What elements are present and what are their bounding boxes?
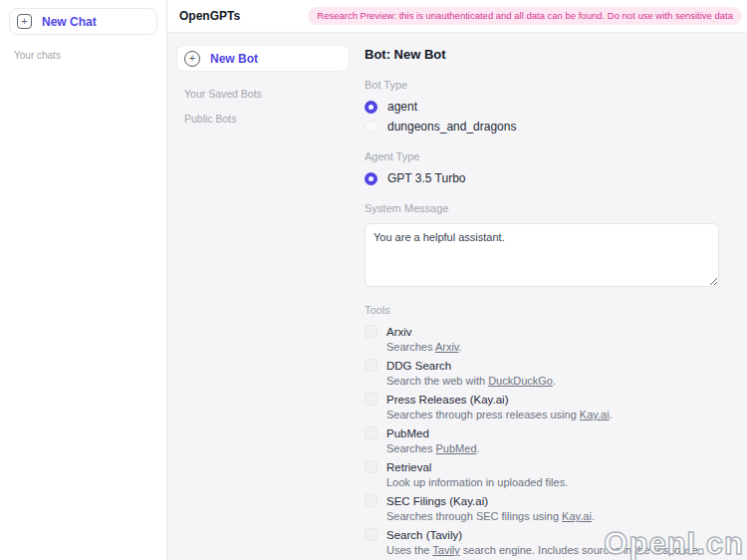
tool-description-suffix: .: [592, 510, 595, 522]
new-chat-label: New Chat: [42, 15, 97, 29]
tool-item: SEC Filings (Kay.ai) Searches through SE…: [365, 494, 719, 523]
tool-description-suffix: .: [553, 375, 556, 387]
sidebar-item-public-bots[interactable]: Public Bots: [176, 113, 350, 125]
tool-description-text: Searches: [386, 442, 436, 454]
tool-description: Uses the Tavily search engine. Includes …: [386, 543, 719, 557]
tool-description-suffix: .: [459, 341, 462, 353]
tool-checkbox[interactable]: [365, 393, 377, 406]
app-window: + New Chat Your chats OpenGPTs Research …: [0, 0, 747, 560]
tool-description: Searches PubMed.: [386, 441, 719, 455]
tool-description-text: Searches through press releases using: [386, 409, 580, 420]
tool-description-suffix: .: [477, 442, 480, 454]
tool-name: Retrieval: [386, 461, 431, 473]
radio-option-label: GPT 3.5 Turbo: [387, 171, 466, 185]
system-message-label: System Message: [365, 202, 719, 214]
radio-option[interactable]: dungeons_and_dragons: [365, 120, 719, 134]
tool-description-text: Uses the: [386, 544, 432, 556]
page-title: Bot: New Bot: [365, 47, 719, 62]
tool-item: DDG Search Search the web with DuckDuckG…: [365, 359, 719, 388]
agent-type-radio-group: GPT 3.5 Turbo: [365, 171, 719, 185]
top-header: OpenGPTs Research Preview: this is unaut…: [167, 0, 747, 33]
tool-description-text: Searches through SEC filings using: [386, 510, 562, 522]
sidebar-item-your-saved-bots[interactable]: Your Saved Bots: [176, 88, 350, 100]
tool-item: Retrieval Look up information in uploade…: [365, 460, 719, 489]
tool-description: Searches through SEC filings using Kay.a…: [386, 509, 719, 523]
bot-sidebar: + New Bot Your Saved Bots Public Bots: [167, 33, 359, 560]
radio-option[interactable]: GPT 3.5 Turbo: [365, 171, 719, 185]
app-title: OpenGPTs: [179, 9, 240, 23]
tool-description: Searches through press releases using Ka…: [386, 408, 719, 421]
radio-option-label: dungeons_and_dragons: [387, 120, 516, 134]
right-column: OpenGPTs Research Preview: this is unaut…: [167, 0, 747, 560]
tools-label: Tools: [365, 304, 719, 316]
tool-description-text: Searches: [386, 341, 435, 353]
tool-checkbox[interactable]: [365, 494, 377, 507]
tool-checkbox[interactable]: [365, 460, 377, 473]
radio-option[interactable]: agent: [365, 100, 719, 114]
tool-description-text: Search the web with: [386, 375, 488, 387]
agent-type-label: Agent Type: [365, 150, 719, 162]
tool-checkbox[interactable]: [365, 325, 377, 338]
system-message-input[interactable]: [365, 223, 719, 287]
tool-description: Look up information in uploaded files.: [386, 475, 719, 489]
tool-checkbox[interactable]: [365, 359, 377, 372]
tool-row[interactable]: Search (Tavily): [365, 528, 719, 541]
tool-row[interactable]: Retrieval: [365, 460, 719, 473]
tools-list: Arxiv Searches Arxiv. DDG Search Search …: [365, 325, 719, 560]
tool-description: Searches Arxiv.: [386, 340, 719, 354]
tool-description-text: Look up information in uploaded files.: [386, 476, 568, 488]
tool-item: PubMed Searches PubMed.: [365, 426, 719, 455]
tool-item: Press Releases (Kay.ai) Searches through…: [365, 393, 719, 421]
tool-name: Search (Tavily): [386, 529, 462, 541]
bot-type-radio-group: agent dungeons_and_dragons: [365, 100, 719, 134]
tool-checkbox[interactable]: [365, 528, 377, 541]
tool-row[interactable]: Press Releases (Kay.ai): [365, 393, 719, 406]
tool-description-suffix: search engine. Includes sources in the r…: [460, 544, 701, 556]
tool-name: SEC Filings (Kay.ai): [386, 495, 488, 507]
tool-row[interactable]: DDG Search: [365, 359, 719, 372]
chat-sidebar: + New Chat Your chats: [0, 0, 167, 560]
your-chats-label: Your chats: [9, 50, 157, 61]
tool-description: Search the web with DuckDuckGo.: [386, 374, 719, 388]
tool-name: Arxiv: [386, 326, 412, 338]
tool-row[interactable]: Arxiv: [365, 325, 719, 338]
tool-name: PubMed: [386, 427, 429, 439]
radio-icon[interactable]: [365, 121, 377, 134]
tool-description-link[interactable]: Tavily: [432, 544, 460, 556]
tool-row[interactable]: PubMed: [365, 426, 719, 439]
tool-item: Arxiv Searches Arxiv.: [365, 325, 719, 354]
tool-row[interactable]: SEC Filings (Kay.ai): [365, 494, 719, 507]
tool-name: Press Releases (Kay.ai): [386, 394, 509, 406]
content-area: + New Bot Your Saved Bots Public Bots Bo…: [167, 33, 747, 560]
radio-icon[interactable]: [365, 172, 377, 185]
new-bot-button[interactable]: + New Bot: [176, 45, 350, 72]
plus-icon: +: [17, 14, 32, 29]
tool-checkbox[interactable]: [365, 426, 377, 439]
tool-description-suffix: .: [610, 409, 613, 420]
new-bot-label: New Bot: [210, 52, 258, 66]
tool-item: Search (Tavily) Uses the Tavily search e…: [365, 528, 719, 557]
tool-description-link[interactable]: Kay.ai: [562, 510, 592, 522]
research-preview-banner: Research Preview: this is unauthenticate…: [308, 7, 742, 26]
tool-name: DDG Search: [386, 360, 451, 372]
tool-description-link[interactable]: Arxiv: [435, 341, 459, 353]
radio-option-label: agent: [387, 100, 417, 114]
bot-config-panel: Bot: New Bot Bot Type agent dungeons_and…: [359, 33, 747, 560]
radio-icon[interactable]: [365, 101, 377, 114]
new-chat-button[interactable]: + New Chat: [9, 8, 157, 35]
tool-description-link[interactable]: Kay.ai: [580, 409, 610, 420]
tool-description-link[interactable]: DuckDuckGo: [488, 375, 553, 387]
tool-description-link[interactable]: PubMed: [436, 442, 477, 454]
plus-circle-icon: +: [184, 51, 200, 67]
bot-type-label: Bot Type: [365, 79, 719, 91]
